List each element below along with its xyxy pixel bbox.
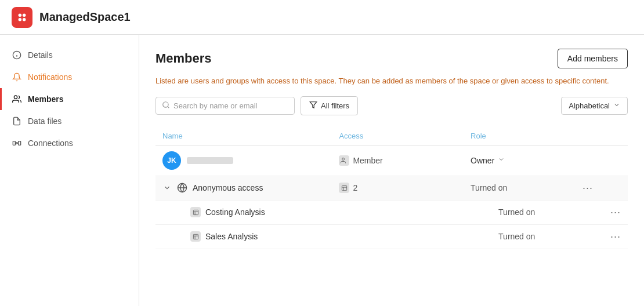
globe-icon bbox=[176, 182, 188, 194]
sub-row-name-label2: Sales Analysis bbox=[205, 232, 258, 241]
member-name-cell: JK bbox=[155, 145, 332, 176]
svg-rect-22 bbox=[193, 210, 198, 214]
sidebar-item-label: Members bbox=[28, 94, 63, 104]
table-row: Anonymous access bbox=[155, 176, 628, 200]
content-sub-icon2 bbox=[190, 231, 201, 242]
col-access: Access bbox=[332, 127, 464, 145]
member-access-icon bbox=[339, 155, 349, 166]
sidebar-item-label: Details bbox=[28, 50, 53, 60]
file-icon bbox=[12, 116, 22, 126]
anon-role-label: Turned on bbox=[471, 183, 507, 192]
member-actions-cell bbox=[576, 145, 628, 176]
table-row: Costing Analysis Turned on ··· bbox=[155, 200, 628, 224]
sidebar-item-label: Connections bbox=[28, 139, 73, 148]
anon-access-count: 2 bbox=[353, 183, 357, 192]
col-role: Role bbox=[464, 127, 576, 145]
filter-button[interactable]: All filters bbox=[301, 96, 358, 115]
content-access-icon bbox=[339, 183, 349, 193]
sub-row-actions-cell[interactable]: ··· bbox=[576, 200, 628, 224]
members-header: Members Add members bbox=[155, 49, 628, 68]
anon-actions-cell[interactable]: ··· bbox=[576, 176, 628, 200]
filter-label: All filters bbox=[321, 101, 349, 110]
col-actions bbox=[576, 127, 628, 145]
svg-point-1 bbox=[23, 13, 26, 16]
sub-row-name-label: Costing Analysis bbox=[205, 207, 265, 217]
chevron-down-icon bbox=[613, 101, 620, 110]
svg-rect-8 bbox=[13, 141, 15, 145]
svg-line-14 bbox=[168, 106, 169, 108]
table-row: Sales Analysis Turned on ··· bbox=[155, 224, 628, 249]
svg-point-16 bbox=[342, 158, 345, 160]
svg-point-7 bbox=[14, 96, 17, 99]
search-input[interactable] bbox=[173, 101, 288, 110]
sub-row-actions-cell2[interactable]: ··· bbox=[576, 224, 628, 249]
member-access-label: Member bbox=[353, 156, 382, 165]
member-role-cell: Owner bbox=[464, 145, 576, 176]
svg-point-3 bbox=[23, 17, 26, 20]
member-access-cell: Member bbox=[332, 145, 464, 176]
search-icon bbox=[162, 101, 170, 111]
sub-row-access-cell bbox=[332, 200, 464, 224]
sub-row-role-cell: Turned on bbox=[464, 200, 576, 224]
member-name-blurred bbox=[187, 157, 233, 164]
sidebar-item-label: Data files bbox=[28, 116, 61, 126]
toolbar: All filters Alphabetical bbox=[155, 96, 628, 115]
svg-point-0 bbox=[19, 13, 21, 16]
svg-rect-25 bbox=[193, 234, 198, 239]
members-icon bbox=[12, 94, 22, 104]
svg-marker-15 bbox=[310, 101, 317, 108]
info-text: Listed are users and groups with access … bbox=[155, 75, 628, 87]
sidebar-item-connections[interactable]: Connections bbox=[0, 132, 139, 154]
app-header: ManagedSpace1 bbox=[0, 0, 644, 35]
info-icon bbox=[12, 50, 22, 60]
anon-access-cell: 2 bbox=[332, 176, 464, 200]
anon-name-label: Anonymous access bbox=[193, 183, 263, 192]
more-options-button[interactable]: ··· bbox=[610, 206, 621, 218]
sort-label: Alphabetical bbox=[569, 101, 610, 110]
filter-icon bbox=[309, 101, 317, 111]
anon-name-cell: Anonymous access bbox=[155, 176, 332, 200]
sidebar-item-label: Notifications bbox=[28, 72, 72, 82]
sub-row-role-label: Turned on bbox=[498, 207, 535, 217]
table-row: JK bbox=[155, 145, 628, 176]
more-options-button2[interactable]: ··· bbox=[610, 231, 621, 243]
member-role-label: Owner bbox=[471, 156, 494, 165]
sort-button[interactable]: Alphabetical bbox=[561, 97, 628, 115]
sub-row-name-cell: Sales Analysis bbox=[155, 224, 332, 249]
svg-rect-19 bbox=[342, 185, 346, 190]
more-options-button[interactable]: ··· bbox=[583, 182, 621, 194]
connections-icon bbox=[12, 138, 22, 148]
avatar: JK bbox=[162, 151, 181, 170]
svg-rect-9 bbox=[19, 141, 21, 145]
members-table: Name Access Role JK bbox=[155, 127, 628, 249]
sidebar: Details Notifications bbox=[0, 35, 139, 306]
search-wrapper[interactable] bbox=[155, 97, 295, 115]
content-area: Members Add members Listed are users and… bbox=[139, 35, 644, 306]
sub-row-role-label2: Turned on bbox=[498, 232, 535, 241]
content-sub-icon bbox=[190, 207, 201, 217]
svg-point-10 bbox=[16, 143, 18, 144]
sub-row-access-cell2 bbox=[332, 224, 464, 249]
sidebar-item-details[interactable]: Details bbox=[0, 44, 139, 66]
page-title: Members bbox=[155, 51, 212, 66]
svg-point-2 bbox=[19, 17, 21, 20]
add-members-button[interactable]: Add members bbox=[558, 49, 628, 68]
sidebar-item-members[interactable]: Members bbox=[0, 88, 139, 110]
app-title: ManagedSpace1 bbox=[39, 10, 131, 24]
sub-row-name-cell: Costing Analysis bbox=[155, 200, 332, 224]
sub-row-role-cell2: Turned on bbox=[464, 224, 576, 249]
chevron-down-icon[interactable] bbox=[498, 156, 505, 165]
app-logo bbox=[12, 7, 32, 28]
sidebar-item-notifications[interactable]: Notifications bbox=[0, 66, 139, 88]
anon-role-cell: Turned on bbox=[464, 176, 576, 200]
col-name: Name bbox=[155, 127, 332, 145]
sidebar-item-data-files[interactable]: Data files bbox=[0, 110, 139, 132]
svg-point-13 bbox=[163, 101, 168, 107]
bell-icon bbox=[12, 72, 22, 82]
expand-icon[interactable] bbox=[162, 183, 172, 192]
